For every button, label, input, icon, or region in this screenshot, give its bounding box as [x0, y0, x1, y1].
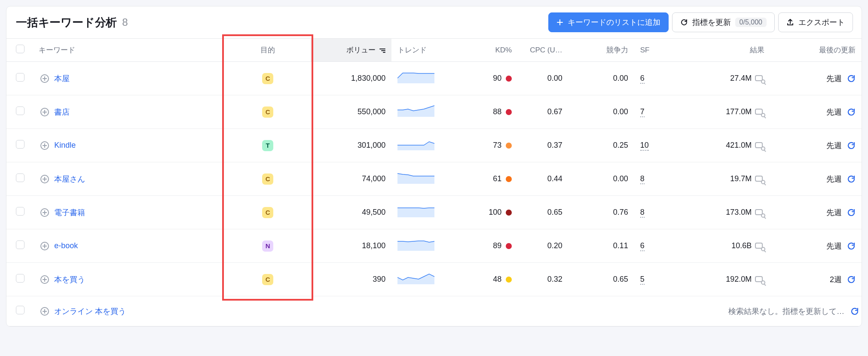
keyword-link[interactable]: 本を買う [54, 274, 85, 285]
add-keyword-icon[interactable] [40, 208, 49, 217]
competition-value: 0.25 [568, 129, 634, 162]
keyword-link[interactable]: 書店 [54, 107, 70, 117]
results-value: 177.0M [726, 107, 752, 116]
keyword-link[interactable]: オンライン 本を買う [54, 306, 126, 316]
row-checkbox[interactable] [16, 140, 24, 149]
serp-icon[interactable] [755, 208, 764, 217]
col-updated[interactable]: 最後の更新 [770, 39, 862, 62]
trend-sparkline [391, 95, 462, 129]
row-checkbox[interactable] [16, 73, 24, 82]
serp-features-count[interactable]: 8 [640, 174, 645, 184]
cpc-value: 0.67 [518, 95, 568, 129]
update-metrics-label: 指標を更新 [692, 17, 731, 27]
table-row: 電子書籍 C 49,500 100 0.65 0.76 8 173.0M 先週 [6, 196, 862, 229]
serp-features-count[interactable]: 6 [640, 241, 645, 251]
serp-icon[interactable] [755, 108, 764, 116]
kd-difficulty-dot [506, 143, 512, 149]
cpc-value: 0.37 [518, 129, 568, 162]
serp-features-count[interactable]: 5 [640, 275, 645, 285]
col-volume[interactable]: ボリュー [311, 39, 391, 62]
col-keyword[interactable]: キーワード [33, 39, 225, 62]
row-checkbox[interactable] [16, 173, 24, 182]
add-keyword-icon[interactable] [40, 307, 49, 316]
kd-difficulty-dot [506, 243, 512, 249]
table-row: 本屋さん C 74,000 61 0.44 0.00 8 19.7M 先週 [6, 162, 862, 196]
select-all-checkbox[interactable] [16, 45, 24, 53]
trend-sparkline [391, 229, 462, 263]
keyword-link[interactable]: 本屋さん [54, 174, 85, 184]
refresh-row-icon[interactable] [847, 208, 856, 217]
kd-value: 100 [489, 208, 501, 217]
refresh-row-icon[interactable] [847, 275, 856, 284]
plus-icon [556, 19, 563, 26]
refresh-row-icon[interactable] [847, 175, 856, 183]
keyword-link[interactable]: Kindle [54, 141, 76, 150]
kd-difficulty-dot [506, 76, 512, 82]
serp-features-count[interactable]: 6 [640, 74, 645, 84]
add-keyword-icon[interactable] [40, 108, 49, 116]
competition-value: 0.76 [568, 196, 634, 229]
col-intent[interactable]: 目的 [225, 39, 311, 62]
col-cpc[interactable]: CPC (U… [518, 39, 568, 62]
refresh-row-icon[interactable] [847, 108, 856, 116]
add-keyword-icon[interactable] [40, 242, 49, 250]
kd-value: 61 [493, 174, 501, 183]
keyword-link[interactable]: 電子書籍 [54, 207, 85, 218]
export-icon [786, 18, 794, 26]
page-title: 一括キーワード分析 [16, 15, 117, 30]
table-row: 本を買う C 390 48 0.32 0.65 5 192.0M 2週 [6, 263, 862, 296]
col-sf[interactable]: SF [634, 39, 675, 62]
volume-value: 390 [311, 263, 391, 296]
intent-badge: C [262, 207, 273, 218]
competition-value: 0.65 [568, 263, 634, 296]
no-result-message: 検索結果なし。指標を更新して… [728, 306, 844, 316]
trend-sparkline [391, 129, 462, 162]
update-metrics-count: 0/5,000 [735, 18, 767, 27]
refresh-row-icon[interactable] [847, 141, 856, 150]
sort-descending-icon [379, 48, 385, 54]
kd-difficulty-dot [506, 109, 512, 115]
serp-features-count[interactable]: 7 [640, 107, 645, 117]
kd-difficulty-dot [506, 210, 512, 216]
serp-features-count[interactable]: 10 [640, 141, 649, 151]
keyword-link[interactable]: e-book [54, 241, 78, 250]
serp-icon[interactable] [755, 242, 764, 250]
row-checkbox[interactable] [16, 274, 24, 283]
updated-value: 先週 [826, 107, 842, 117]
add-keyword-icon[interactable] [40, 141, 49, 150]
serp-features-count[interactable]: 8 [640, 208, 645, 218]
trend-sparkline [391, 196, 462, 229]
row-checkbox[interactable] [16, 207, 24, 216]
results-value: 27.4M [730, 74, 752, 83]
col-comp[interactable]: 競争力 [568, 39, 634, 62]
keyword-link[interactable]: 本屋 [54, 73, 70, 84]
add-keyword-icon[interactable] [40, 275, 49, 284]
table-row: e-book N 18,100 89 0.20 0.11 6 10.6B 先週 [6, 229, 862, 263]
intent-badge: C [262, 173, 273, 185]
page-title-count: 8 [122, 16, 128, 28]
add-keyword-icon[interactable] [40, 175, 49, 183]
kd-value: 73 [493, 141, 501, 150]
volume-value: 18,100 [311, 229, 391, 263]
export-button[interactable]: エクスポート [778, 12, 853, 32]
serp-icon[interactable] [755, 141, 764, 150]
refresh-row-icon[interactable] [847, 74, 856, 83]
add-keywords-button[interactable]: キーワードのリストに追加 [548, 12, 669, 32]
kd-difficulty-dot [506, 277, 512, 283]
col-kd[interactable]: KD% [462, 39, 518, 62]
serp-icon[interactable] [755, 74, 764, 83]
serp-icon[interactable] [755, 275, 764, 284]
row-checkbox[interactable] [16, 240, 24, 249]
refresh-row-icon[interactable] [847, 242, 856, 250]
row-checkbox[interactable] [16, 106, 24, 115]
add-keyword-icon[interactable] [40, 74, 49, 83]
volume-value: 550,000 [311, 95, 391, 129]
col-results[interactable]: 結果 [675, 39, 770, 62]
col-trend[interactable]: トレンド [391, 39, 462, 62]
update-metrics-button[interactable]: 指標を更新 0/5,000 [672, 12, 775, 32]
kd-value: 89 [493, 241, 501, 250]
row-checkbox[interactable] [16, 306, 24, 314]
serp-icon[interactable] [755, 175, 764, 183]
kd-value: 48 [493, 275, 501, 284]
refresh-row-icon[interactable] [850, 307, 859, 316]
